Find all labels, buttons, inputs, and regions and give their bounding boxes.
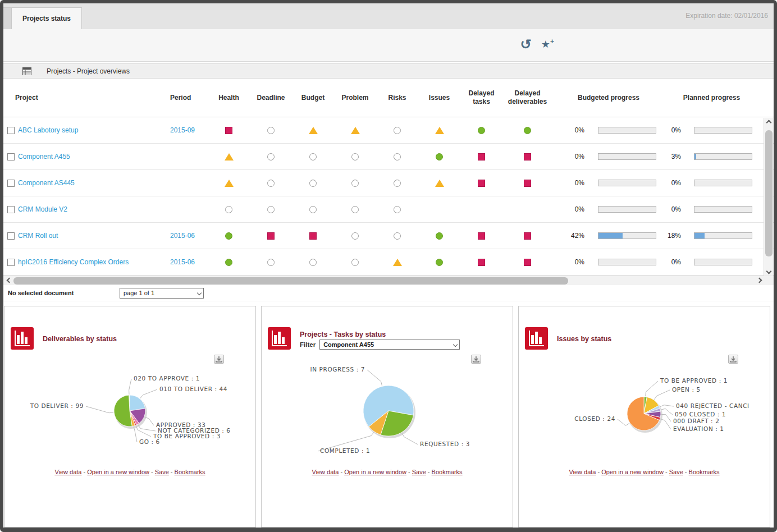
scroll-up-arrow[interactable] <box>764 118 774 127</box>
table-row[interactable]: hpIC2016 Efficiency Complex Orders 2015-… <box>3 249 774 276</box>
deadline-status <box>250 223 292 249</box>
link-bookmarks[interactable]: Bookmarks <box>689 469 720 475</box>
link-save[interactable]: Save <box>412 469 426 475</box>
period-value[interactable]: 2015-06 <box>166 258 195 266</box>
circle-icon <box>351 153 359 160</box>
col-header-budgeted-progress[interactable]: Budgeted progress <box>552 79 665 117</box>
tab-projects-status[interactable]: Projects status <box>11 7 82 30</box>
table-row[interactable]: Component AS445 0% 0% <box>3 170 774 196</box>
col-header-deadline[interactable]: Deadline <box>250 79 292 117</box>
report-section-header: Projects - Project overviews <box>3 63 774 79</box>
vertical-scrollbar[interactable] <box>764 118 773 276</box>
scroll-right-arrow[interactable] <box>757 278 766 282</box>
col-header-budget[interactable]: Budget <box>292 79 334 117</box>
circle-icon <box>394 206 401 213</box>
col-header-planned-progress[interactable]: Planned progress <box>665 79 758 117</box>
pie-slice[interactable] <box>129 395 145 411</box>
col-header-project[interactable]: Project <box>3 79 166 117</box>
link-bookmarks[interactable]: Bookmarks <box>432 469 463 475</box>
risks-status <box>376 170 418 196</box>
scroll-left-arrow[interactable] <box>4 278 11 282</box>
circle-icon <box>351 232 359 240</box>
project-link[interactable]: Component A455 <box>18 153 70 160</box>
health-status <box>208 249 250 275</box>
period-value[interactable]: 2015-06 <box>166 232 195 240</box>
circle-icon <box>394 153 401 160</box>
budget-status <box>292 196 334 222</box>
pie-leader-line <box>618 419 629 425</box>
triangle-icon <box>393 259 402 266</box>
green-circle-icon <box>225 232 232 240</box>
link-save[interactable]: Save <box>155 469 169 475</box>
horizontal-scrollbar[interactable] <box>3 276 774 285</box>
problem-status <box>334 249 376 275</box>
link-open-in-a-new-window[interactable]: Open in a new window <box>601 469 664 475</box>
horizontal-scroll-thumb[interactable] <box>13 277 568 285</box>
delayed-deliverables-status <box>502 117 552 143</box>
row-checkbox[interactable] <box>7 259 15 266</box>
circle-icon <box>309 153 317 160</box>
pie-label: REQUESTED : 3 <box>420 441 470 447</box>
link-open-in-a-new-window[interactable]: Open in a new window <box>87 469 149 475</box>
deadline-status <box>250 196 292 222</box>
project-link[interactable]: hpIC2016 Efficiency Complex Orders <box>18 258 129 266</box>
budgeted-progress-bar <box>598 232 656 239</box>
row-checkbox[interactable] <box>7 206 15 213</box>
link-view-data[interactable]: View data <box>312 469 339 475</box>
deadline-status <box>250 170 292 196</box>
row-checkbox[interactable] <box>7 127 15 134</box>
red-square-icon <box>267 232 275 240</box>
col-header-health[interactable]: Health <box>208 79 250 117</box>
col-header-risks[interactable]: Risks <box>376 79 418 117</box>
col-header-problem[interactable]: Problem <box>334 79 376 117</box>
pie-slice[interactable] <box>114 395 132 426</box>
table-row[interactable]: ABC Labotory setup 2015-09 0% 0% <box>3 117 774 144</box>
budgeted-percent: 0% <box>552 144 588 169</box>
project-link[interactable]: ABC Labotory setup <box>18 126 78 134</box>
link-view-data[interactable]: View data <box>54 469 81 475</box>
panel-title: Projects - Tasks by status <box>300 331 386 338</box>
col-header-period[interactable]: Period <box>166 79 208 117</box>
table-row[interactable]: CRM Module V2 0% 0% <box>3 196 774 223</box>
planned-progress-bar <box>694 153 752 160</box>
table-row[interactable]: Component A455 0% 3% <box>3 144 774 170</box>
project-link[interactable]: Component AS445 <box>18 179 75 187</box>
link-save[interactable]: Save <box>669 469 683 475</box>
period-value[interactable]: 2015-09 <box>166 126 195 134</box>
project-link[interactable]: CRM Roll out <box>18 232 58 240</box>
bar-chart-icon <box>525 327 548 350</box>
link-view-data[interactable]: View data <box>569 469 596 475</box>
pie-leader-line <box>660 405 674 407</box>
budgeted-percent: 0% <box>552 249 588 275</box>
col-header-delayed-deliverables[interactable]: Delayed deliverables <box>502 79 552 117</box>
triangle-icon <box>435 127 444 134</box>
table-body: ABC Labotory setup 2015-09 0% 0% Compone… <box>3 117 774 276</box>
undo-icon[interactable]: ↺ <box>520 37 532 52</box>
filter-selector[interactable]: Component A455 <box>319 340 460 350</box>
pie-leader-line <box>145 417 154 425</box>
table-row[interactable]: CRM Roll out 2015-06 42% 18% <box>3 223 774 249</box>
budgeted-progress-bar <box>598 180 656 186</box>
pie-leader-line <box>661 414 671 421</box>
delayed-tasks-status <box>460 170 502 196</box>
row-checkbox[interactable] <box>7 180 15 187</box>
green-circle-icon <box>436 232 443 240</box>
delayed-deliverables-status <box>502 249 552 275</box>
scroll-down-arrow[interactable] <box>764 267 774 276</box>
bookmark-add-icon[interactable]: ★ <box>541 38 550 51</box>
delayed-deliverables-status <box>502 170 552 196</box>
project-link[interactable]: CRM Module V2 <box>18 205 67 213</box>
col-header-issues[interactable]: Issues <box>418 79 460 117</box>
red-square-icon <box>478 180 485 187</box>
page-selector[interactable]: page 1 of 1 <box>120 288 204 299</box>
col-header-delayed-tasks[interactable]: Delayed tasks <box>460 79 502 117</box>
deadline-status <box>250 144 292 169</box>
pie-leader-line <box>136 426 151 437</box>
vertical-scroll-thumb[interactable] <box>765 130 773 256</box>
deadline-status <box>250 249 292 275</box>
row-checkbox[interactable] <box>7 232 15 240</box>
link-open-in-a-new-window[interactable]: Open in a new window <box>344 469 406 475</box>
pie-label: 020 TO APPROVE : 1 <box>134 375 200 382</box>
link-bookmarks[interactable]: Bookmarks <box>175 469 205 475</box>
row-checkbox[interactable] <box>7 153 15 160</box>
